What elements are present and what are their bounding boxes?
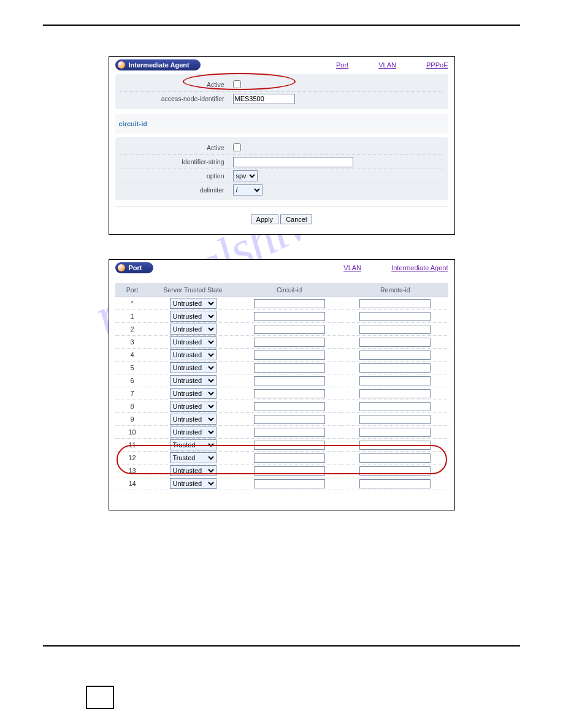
cell-port: 4 [115,349,150,362]
cell-port: 2 [115,323,150,336]
input-remote-id[interactable] [359,389,431,398]
cell-state: Untrusted [150,477,237,490]
cell-remote-id [342,400,448,413]
select-trusted-state[interactable]: Untrusted [170,336,216,347]
checkbox-circuit-active[interactable] [233,143,241,151]
select-trusted-state[interactable]: Untrusted [170,349,216,360]
cell-port: 7 [115,387,150,400]
cell-circuit-id [237,310,343,323]
cell-circuit-id [237,362,343,374]
input-remote-id[interactable] [359,363,431,373]
cell-remote-id [342,362,448,374]
checkbox-active[interactable] [233,80,241,88]
table-row: 14Untrusted [115,477,448,490]
input-remote-id[interactable] [359,376,431,385]
cell-port: 9 [115,413,150,426]
input-circuit-id[interactable] [254,325,325,334]
input-circuit-id[interactable] [254,338,325,347]
select-trusted-state[interactable]: Untrusted [170,414,216,425]
link-port[interactable]: Port [336,61,348,69]
select-trusted-state[interactable]: Trusted [170,452,216,463]
input-circuit-id[interactable] [254,402,325,411]
input-remote-id[interactable] [359,351,431,360]
link-intermediate-agent[interactable]: Intermediate Agent [391,264,448,271]
input-circuit-id[interactable] [254,441,325,450]
input-remote-id[interactable] [359,453,431,463]
input-ani[interactable] [233,94,295,104]
select-trusted-state[interactable]: Untrusted [170,427,216,438]
input-circuit-id[interactable] [254,312,325,321]
select-trusted-state[interactable]: Untrusted [170,375,216,386]
cell-port: 6 [115,374,150,387]
cell-circuit-id [237,464,343,477]
input-remote-id[interactable] [359,479,431,488]
input-remote-id[interactable] [359,299,431,308]
input-circuit-id[interactable] [254,415,325,424]
input-remote-id[interactable] [359,312,431,321]
input-remote-id[interactable] [359,415,431,424]
cell-circuit-id [237,477,343,490]
label-option: option [120,172,233,180]
cell-remote-id [342,336,448,349]
select-trusted-state[interactable]: Untrusted [170,388,216,399]
circuit-id-heading: circuit-id [115,114,448,134]
cell-port: 10 [115,426,150,439]
input-circuit-id[interactable] [254,479,325,488]
select-delimiter[interactable]: / [233,184,262,195]
col-port: Port [115,283,150,297]
cell-remote-id [342,477,448,490]
input-circuit-id[interactable] [254,299,325,308]
cell-circuit-id [237,297,343,310]
cell-state: Trusted [150,452,237,464]
cell-state: Untrusted [150,323,237,336]
table-row: 6Untrusted [115,374,448,387]
select-trusted-state[interactable]: Untrusted [170,465,216,476]
link-pppoe[interactable]: PPPoE [426,61,448,69]
select-trusted-state[interactable]: Untrusted [170,311,216,322]
table-row: *Untrusted [115,297,448,310]
cell-remote-id [342,297,448,310]
page-number-box [86,686,114,709]
select-trusted-state[interactable]: Untrusted [170,478,216,489]
input-circuit-id[interactable] [254,453,325,463]
input-remote-id[interactable] [359,441,431,450]
input-remote-id[interactable] [359,402,431,411]
link-vlan-2[interactable]: VLAN [343,264,361,271]
cancel-button[interactable]: Cancel [280,214,312,224]
input-circuit-id[interactable] [254,466,325,476]
cell-state: Untrusted [150,362,237,374]
cell-circuit-id [237,323,343,336]
input-remote-id[interactable] [359,325,431,334]
select-option[interactable]: spv [233,170,258,181]
select-trusted-state[interactable]: Trusted [170,439,216,450]
cell-state: Trusted [150,439,237,452]
cell-port: 3 [115,336,150,349]
table-row: 4Untrusted [115,349,448,362]
input-circuit-id[interactable] [254,351,325,360]
cell-state: Untrusted [150,310,237,323]
input-circuit-id[interactable] [254,376,325,385]
input-circuit-id[interactable] [254,389,325,398]
input-circuit-id[interactable] [254,363,325,373]
cell-remote-id [342,439,448,452]
input-circuit-id[interactable] [254,428,325,437]
input-remote-id[interactable] [359,466,431,476]
link-vlan[interactable]: VLAN [378,61,396,69]
select-trusted-state[interactable]: Untrusted [170,362,216,373]
port-panel-title-text: Port [129,264,142,271]
label-identifier-string: Identifier-string [120,158,233,165]
apply-button[interactable]: Apply [251,214,279,224]
cell-state: Untrusted [150,400,237,413]
cell-remote-id [342,464,448,477]
cell-port: * [115,297,150,310]
input-remote-id[interactable] [359,338,431,347]
input-identifier-string[interactable] [233,157,353,167]
table-row: 9Untrusted [115,413,448,426]
select-trusted-state[interactable]: Untrusted [170,401,216,412]
select-trusted-state[interactable]: Untrusted [170,298,216,309]
cell-port: 12 [115,452,150,464]
input-remote-id[interactable] [359,428,431,437]
port-panel-title-pill: Port [115,262,153,273]
select-trusted-state[interactable]: Untrusted [170,324,216,335]
cell-circuit-id [237,413,343,426]
